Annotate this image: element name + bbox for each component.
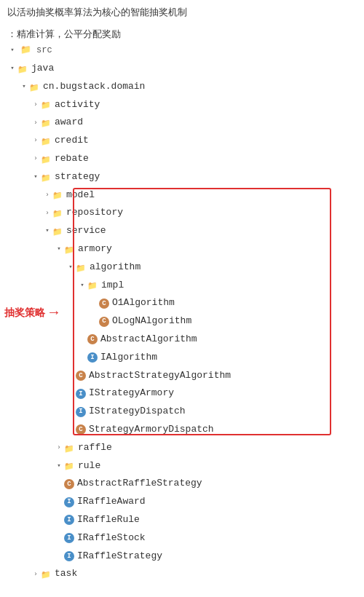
tree-label-IAlgorithm: IAlgorithm bbox=[100, 350, 157, 365]
tree-label-activity: activity bbox=[55, 98, 100, 113]
tree-arrow-task bbox=[31, 569, 41, 580]
class-i-icon-IStrategyArmory: I bbox=[76, 389, 86, 399]
class-i-icon-IAlgorithm: I bbox=[87, 352, 98, 363]
folder-icon-raffle: 📁 bbox=[64, 443, 76, 453]
tree-item-strategy[interactable]: 📁strategy bbox=[0, 168, 364, 186]
src-label: src bbox=[36, 45, 52, 55]
class-i-icon-IRaffleRule: I bbox=[64, 515, 74, 525]
tree-item-credit[interactable]: 📁credit bbox=[0, 132, 364, 150]
folder-icon-credit: 📁 bbox=[41, 136, 52, 146]
tree-item-O1Algorithm[interactable]: CO1Algorithm bbox=[0, 294, 364, 312]
folder-icon-repository: 📁 bbox=[52, 208, 64, 218]
tree-item-IRaffleStock[interactable]: IIRaffleStock bbox=[0, 529, 364, 547]
header: 以活动抽奖概率算法为核心的智能抽奖机制 ：精准计算，公平分配奖励 bbox=[0, 0, 364, 43]
class-i-icon-IStrategyDispatch: I bbox=[76, 407, 86, 417]
header-line2: ：精准计算，公平分配奖励 bbox=[0, 22, 364, 44]
tree-container: 📁java📁cn.bugstack.domain📁activity📁award📁… bbox=[0, 57, 364, 586]
class-i-icon-IRaffleStrategy: I bbox=[64, 551, 74, 561]
tree-label-armory: armory bbox=[78, 242, 112, 257]
tree-item-IStrategyDispatch[interactable]: IIStrategyDispatch bbox=[0, 403, 364, 421]
tree-item-IRaffleRule[interactable]: IIRaffleRule bbox=[0, 511, 364, 529]
tree-label-cn_bugstack_domain: cn.bugstack.domain bbox=[43, 79, 145, 95]
tree-item-award[interactable]: 📁award bbox=[0, 114, 364, 132]
folder-icon-task: 📁 bbox=[41, 569, 52, 579]
tree-arrow-armory bbox=[54, 244, 64, 254]
tree-item-StrategyArmoryDispatch[interactable]: CStrategyArmoryDispatch bbox=[0, 421, 364, 439]
tree-item-OLogNAlgorithm[interactable]: COLogNAlgorithm bbox=[0, 312, 364, 331]
folder-icon-activity: 📁 bbox=[41, 100, 52, 109]
class-i-icon-IRaffleStock: I bbox=[64, 533, 74, 543]
tree-item-IRaffleAward[interactable]: IIRaffleAward bbox=[0, 493, 364, 511]
tree-label-IStrategyArmory: IStrategyArmory bbox=[89, 386, 174, 401]
tree-item-repository[interactable]: 📁repository bbox=[0, 204, 364, 222]
tree-item-IStrategyArmory[interactable]: IIStrategyArmory bbox=[0, 384, 364, 403]
folder-icon-algorithm: 📁 bbox=[76, 263, 87, 272]
tree-label-algorithm: algorithm bbox=[90, 260, 141, 275]
tree-item-AbstractAlgorithm[interactable]: CAbstractAlgorithm bbox=[0, 331, 364, 349]
tree-label-IRaffleAward: IRaffleAward bbox=[77, 494, 146, 510]
tree-arrow-activity bbox=[31, 100, 41, 110]
class-c-icon-StrategyArmoryDispatch: C bbox=[76, 424, 86, 435]
tree-arrow-strategy bbox=[31, 172, 41, 182]
folder-icon-armory: 📁 bbox=[64, 245, 76, 254]
tree-item-armory[interactable]: 📁armory bbox=[0, 240, 364, 258]
tree-arrow-repository bbox=[42, 208, 52, 218]
tree-label-IRaffleRule: IRaffleRule bbox=[77, 513, 140, 528]
tree-arrow-java bbox=[7, 63, 17, 74]
tree-label-IRaffleStock: IRaffleStock bbox=[77, 531, 146, 546]
tree-arrow-algorithm bbox=[66, 262, 76, 272]
tree-arrow-credit bbox=[31, 135, 41, 146]
tree-item-raffle[interactable]: 📁raffle bbox=[0, 439, 364, 457]
tree-label-AbstractRaffleStrategy: AbstractRaffleStrategy bbox=[77, 476, 202, 491]
tree-label-credit: credit bbox=[55, 133, 89, 149]
tree-item-cn_bugstack_domain[interactable]: 📁cn.bugstack.domain bbox=[0, 78, 364, 96]
tree-arrow-award bbox=[31, 118, 41, 128]
tree-label-repository: repository bbox=[66, 205, 123, 221]
folder-icon-strategy: 📁 bbox=[41, 173, 52, 182]
tree-item-java[interactable]: 📁java bbox=[0, 60, 364, 78]
tree-item-activity[interactable]: 📁activity bbox=[0, 96, 364, 114]
tree-label-StrategyArmoryDispatch: StrategyArmoryDispatch bbox=[89, 422, 214, 438]
folder-icon-service: 📁 bbox=[52, 226, 64, 236]
folder-icon-impl: 📁 bbox=[87, 280, 99, 290]
tree-label-O1Algorithm: O1Algorithm bbox=[112, 296, 175, 311]
tree-item-task[interactable]: 📁task bbox=[0, 565, 364, 583]
tree-arrow-rebate bbox=[31, 154, 41, 164]
tree-item-IAlgorithm[interactable]: IIAlgorithm bbox=[0, 349, 364, 367]
tree-arrow-cn_bugstack_domain bbox=[19, 82, 29, 92]
class-c-icon-AbstractAlgorithm: C bbox=[87, 334, 98, 344]
tree-item-AbstractStrategyAlgorithm[interactable]: CAbstractStrategyAlgorithm bbox=[0, 367, 364, 385]
class-c-icon-OLogNAlgorithm: C bbox=[99, 317, 109, 327]
tree-label-OLogNAlgorithm: OLogNAlgorithm bbox=[112, 314, 191, 329]
tree-item-algorithm[interactable]: 📁algorithm bbox=[0, 258, 364, 277]
file-tree: 📁java📁cn.bugstack.domain📁activity📁award📁… bbox=[0, 57, 364, 586]
folder-icon-cn_bugstack_domain: 📁 bbox=[29, 82, 41, 92]
folder-icon-award: 📁 bbox=[41, 118, 52, 127]
tree-arrow-service bbox=[42, 226, 52, 236]
class-i-icon-IRaffleAward: I bbox=[64, 497, 74, 507]
folder-icon-model: 📁 bbox=[52, 190, 64, 199]
tree-label-model: model bbox=[66, 188, 95, 203]
tree-item-AbstractRaffleStrategy[interactable]: CAbstractRaffleStrategy bbox=[0, 475, 364, 493]
tree-label-AbstractAlgorithm: AbstractAlgorithm bbox=[100, 332, 197, 347]
class-c-icon-AbstractStrategyAlgorithm: C bbox=[76, 371, 86, 381]
tree-item-model[interactable]: 📁model bbox=[0, 186, 364, 205]
tree-arrow-model bbox=[42, 190, 52, 200]
tree-item-rule[interactable]: 📁rule bbox=[0, 457, 364, 475]
tree-label-award: award bbox=[55, 115, 83, 130]
tree-item-service[interactable]: 📁service bbox=[0, 222, 364, 240]
tree-item-rebate[interactable]: 📁rebate bbox=[0, 150, 364, 168]
class-c-icon-O1Algorithm: C bbox=[99, 298, 109, 309]
folder-icon-rebate: 📁 bbox=[41, 154, 52, 164]
header-line1: 以活动抽奖概率算法为核心的智能抽奖机制 bbox=[0, 0, 364, 22]
src-arrow bbox=[7, 46, 17, 54]
tree-label-service: service bbox=[66, 224, 106, 239]
tree-label-rebate: rebate bbox=[55, 151, 89, 167]
tree-item-IRaffleStrategy[interactable]: IIRaffleStrategy bbox=[0, 547, 364, 566]
tree-label-strategy: strategy bbox=[55, 170, 100, 185]
tree-item-impl[interactable]: 📁impl bbox=[0, 277, 364, 295]
tree-arrow-rule bbox=[54, 461, 64, 471]
folder-icon-rule: 📁 bbox=[64, 461, 76, 470]
tree-label-impl: impl bbox=[101, 278, 124, 293]
class-c-icon-AbstractRaffleStrategy: C bbox=[64, 479, 74, 489]
